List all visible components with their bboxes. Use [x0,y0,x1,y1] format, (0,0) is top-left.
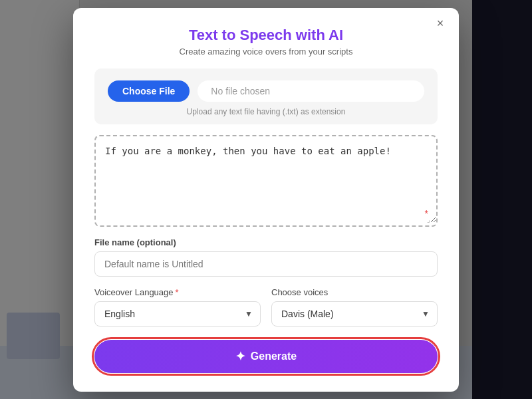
choose-voices-wrapper: Davis (Male) Jenny (Female) Ryan (Male) … [271,301,438,327]
script-textarea[interactable] [96,136,436,223]
voiceover-language-select[interactable]: English Spanish French German [94,301,261,327]
file-upload-section: Choose File No file chosen Upload any te… [94,68,438,124]
file-hint: Upload any text file having (.txt) as ex… [108,107,424,116]
file-chosen-display: No file chosen [198,80,424,102]
choose-file-button[interactable]: Choose File [108,80,190,102]
modal-container: × Text to Speech with AI Create amazing … [73,8,459,392]
choose-voices-label: Choose voices [271,287,438,297]
language-required-dot: * [176,287,179,297]
voiceover-language-wrapper: English Spanish French German ▼ [94,301,261,327]
modal-backdrop: × Text to Speech with AI Create amazing … [0,0,532,399]
filename-input[interactable] [94,251,438,277]
voiceover-language-label: Voiceover Language * [94,287,261,297]
resize-handle: ⌟ [427,216,435,224]
close-icon: × [437,17,444,31]
choose-voices-select[interactable]: Davis (Male) Jenny (Female) Ryan (Male) … [271,301,438,327]
sparkle-icon: ✦ [235,349,245,364]
voiceover-language-group: Voiceover Language * English Spanish Fre… [94,287,261,327]
close-button[interactable]: × [432,16,448,32]
modal-subtitle: Create amazing voice overs from your scr… [94,47,438,57]
file-upload-row: Choose File No file chosen [108,80,424,102]
modal-title: Text to Speech with AI [94,27,438,44]
script-textarea-wrapper: * ⌟ [94,135,438,227]
generate-button-wrapper: ✦ Generate [94,340,438,373]
generate-button[interactable]: ✦ Generate [94,340,438,373]
generate-label: Generate [251,350,297,362]
filename-label: File name (optional) [94,237,438,247]
choose-voices-group: Choose voices Davis (Male) Jenny (Female… [271,287,438,327]
selects-row: Voiceover Language * English Spanish Fre… [94,287,438,327]
